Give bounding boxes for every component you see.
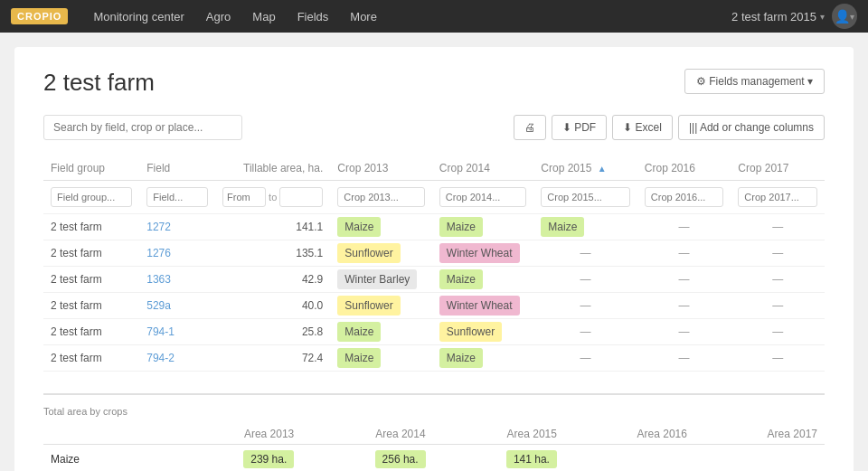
- excel-button[interactable]: ⬇ Excel: [612, 115, 673, 140]
- area-cell: 72.4: [215, 345, 330, 372]
- crop2014-cell: Winter Wheat: [432, 240, 534, 267]
- field-group-cell: 2 test farm: [43, 267, 139, 293]
- filter-crop2015-cell: [533, 181, 637, 214]
- table-row: 2 test farm1272141.1MaizeMaizeMaize——: [43, 214, 825, 240]
- field-group-cell: 2 test farm: [43, 319, 139, 345]
- filter-field-cell: [139, 181, 215, 214]
- crop2014-badge: Sunflower: [439, 322, 502, 342]
- col-crop2014[interactable]: Crop 2014: [432, 158, 534, 181]
- filter-crop2014[interactable]: [439, 187, 527, 207]
- crop2014-badge: Maize: [439, 217, 483, 237]
- filter-crop2013[interactable]: [337, 187, 425, 207]
- crop2015-badge: Maize: [541, 217, 584, 237]
- crop2016-cell: —: [637, 240, 731, 267]
- table-row: 2 test farm794-272.4MaizeMaize———: [43, 345, 825, 372]
- crop2013-cell: Maize: [330, 319, 432, 345]
- search-input[interactable]: [43, 115, 242, 140]
- field-group-cell: 2 test farm: [43, 214, 139, 240]
- summary-label: Total area by crops: [43, 406, 825, 417]
- filter-crop2016-cell: [637, 181, 731, 214]
- filter-crop2017-cell: [731, 181, 825, 214]
- filter-crop2017[interactable]: [738, 187, 817, 207]
- crop2017-cell: —: [731, 267, 825, 293]
- col-crop2015[interactable]: Crop 2015 ▲: [533, 158, 637, 181]
- summary-area2014-cell: 256 ha.: [301, 445, 432, 472]
- area-cell: 141.1: [215, 214, 330, 240]
- pdf-button[interactable]: ⬇ PDF: [552, 115, 607, 140]
- crop2017-cell: —: [731, 214, 825, 240]
- summary-area2013-cell: 239 ha.: [170, 445, 301, 472]
- crop2013-cell: Sunflower: [330, 240, 432, 267]
- filter-crop2015[interactable]: [541, 187, 629, 207]
- crop2014-cell: Maize: [432, 345, 534, 372]
- farm-selector-chevron: ▾: [820, 12, 825, 22]
- topnav-right: 2 test farm 2015 ▾ 👤 ▾: [731, 4, 857, 29]
- page-header: 2 test farm ⚙ Fields management ▾: [43, 69, 825, 97]
- crop2014-cell: Sunflower: [432, 319, 534, 345]
- field-link[interactable]: 794-2: [146, 352, 175, 364]
- crop2015-cell: Maize: [533, 214, 637, 240]
- field-link[interactable]: 529a: [146, 299, 171, 312]
- crop2017-cell: —: [731, 293, 825, 319]
- filter-area-to[interactable]: [279, 187, 323, 207]
- col-crop2017[interactable]: Crop 2017: [731, 158, 825, 181]
- filter-crop2016[interactable]: [645, 187, 724, 207]
- filter-field-group[interactable]: [51, 187, 132, 207]
- crop2016-cell: —: [637, 319, 731, 345]
- field-link[interactable]: 1363: [146, 273, 171, 286]
- nav-agro[interactable]: Agro: [195, 0, 241, 33]
- crop2013-badge: Maize: [337, 217, 381, 237]
- summary-col-area2015: Area 2015: [433, 424, 564, 445]
- crop2014-badge: Winter Wheat: [439, 243, 520, 263]
- crop2015-cell: —: [533, 345, 637, 372]
- crop2013-cell: Maize: [330, 345, 432, 372]
- summary-row: Maize239 ha.256 ha.141 ha.: [43, 445, 825, 472]
- summary-col-area2013: Area 2013: [170, 424, 301, 445]
- field-link[interactable]: 794-1: [146, 325, 175, 338]
- col-area: Tillable area, ha.: [215, 158, 330, 181]
- page-container: 2 test farm ⚙ Fields management ▾ 🖨 ⬇ PD…: [14, 47, 854, 471]
- nav-monitoring-center[interactable]: Monitoring center: [82, 0, 194, 33]
- print-button[interactable]: 🖨: [514, 115, 546, 140]
- filter-area-to-label: to: [269, 192, 277, 203]
- summary-table: Area 2013 Area 2014 Area 2015 Area 2016 …: [43, 424, 825, 471]
- fields-management-button[interactable]: ⚙ Fields management ▾: [684, 69, 825, 94]
- nav-map[interactable]: Map: [241, 0, 286, 33]
- crop2013-cell: Maize: [330, 214, 432, 240]
- table-row: 2 test farm1276135.1SunflowerWinter Whea…: [43, 240, 825, 267]
- table-header-row: Field group Field Tillable area, ha. Cro…: [43, 158, 825, 181]
- filter-row: to: [43, 181, 825, 214]
- user-chevron: ▾: [850, 12, 854, 22]
- nav-fields[interactable]: Fields: [287, 0, 340, 33]
- filter-area-range: to: [222, 187, 323, 207]
- field-cell: 794-2: [139, 345, 215, 372]
- filter-area-cell: to: [215, 181, 330, 214]
- fields-table: Field group Field Tillable area, ha. Cro…: [43, 158, 825, 372]
- topnav: CROPIO Monitoring center Agro Map Fields…: [0, 0, 868, 33]
- field-link[interactable]: 1276: [146, 247, 171, 259]
- filter-crop2014-cell: [432, 181, 534, 214]
- crop2014-badge: Maize: [439, 348, 483, 368]
- col-crop2016[interactable]: Crop 2016: [637, 158, 731, 181]
- crop2017-cell: —: [731, 345, 825, 372]
- nav-more[interactable]: More: [339, 0, 388, 33]
- user-menu[interactable]: 👤 ▾: [832, 4, 857, 29]
- crop2015-cell: —: [533, 267, 637, 293]
- field-group-cell: 2 test farm: [43, 240, 139, 267]
- sort-arrow-crop2015: ▲: [598, 164, 607, 174]
- field-group-cell: 2 test farm: [43, 345, 139, 372]
- summary-col-area2017: Area 2017: [694, 424, 825, 445]
- toolbar-actions: 🖨 ⬇ PDF ⬇ Excel ||| Add or change column…: [514, 115, 825, 140]
- farm-selector[interactable]: 2 test farm 2015 ▾: [731, 10, 825, 24]
- crop2016-cell: —: [637, 214, 731, 240]
- field-cell: 1363: [139, 267, 215, 293]
- summary-body: Maize239 ha.256 ha.141 ha.Sunflower175 h…: [43, 445, 825, 472]
- summary-crop-label: Maize: [43, 445, 170, 472]
- field-link[interactable]: 1272: [146, 221, 171, 233]
- crop2016-cell: —: [637, 293, 731, 319]
- col-crop2013[interactable]: Crop 2013: [330, 158, 432, 181]
- table-row: 2 test farm136342.9Winter BarleyMaize———: [43, 267, 825, 293]
- filter-field[interactable]: [146, 187, 208, 207]
- filter-area-from[interactable]: [222, 187, 266, 207]
- columns-button[interactable]: ||| Add or change columns: [678, 115, 825, 140]
